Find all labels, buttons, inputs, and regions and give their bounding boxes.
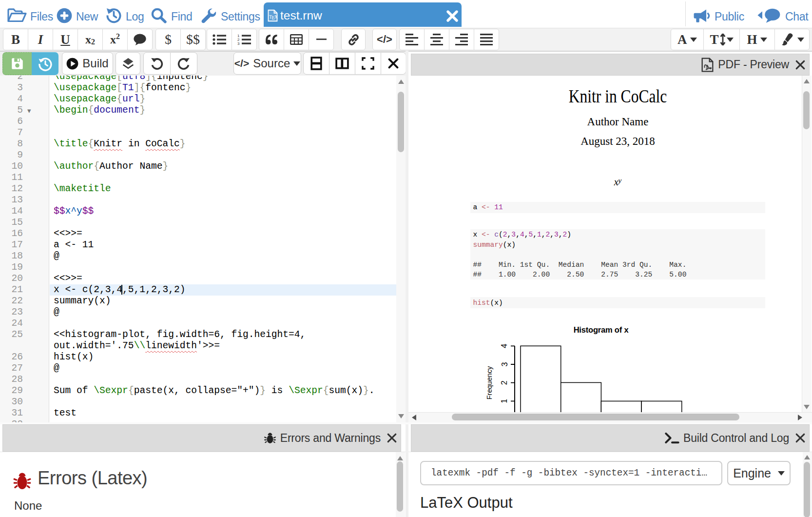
svg-text:3: 3: [237, 41, 240, 45]
svg-text:3: 3: [501, 362, 509, 366]
svg-text:Histogram of x: Histogram of x: [574, 325, 629, 334]
svg-text:1: 1: [501, 399, 509, 403]
svg-text:2: 2: [501, 380, 509, 385]
svg-text:Frequency: Frequency: [485, 366, 493, 399]
svg-text:4: 4: [501, 344, 509, 348]
